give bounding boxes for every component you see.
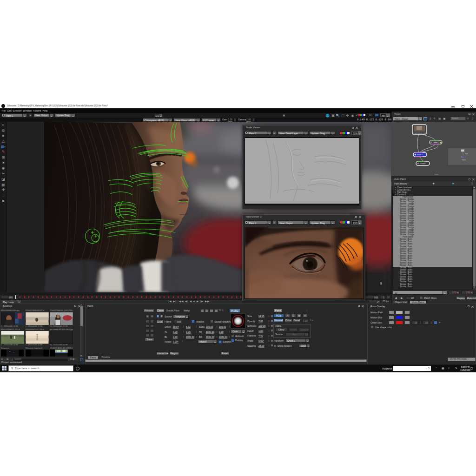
svg-text:New: New: [465, 153, 469, 155]
svg-text:Paint 1: Paint 1: [417, 154, 423, 156]
svg-text:FP00475SHD06-1-HR: FP00475SHD06-1-HR: [413, 132, 426, 134]
svg-text:Paint 1: Paint 1: [461, 156, 466, 158]
svg-text:New: New: [434, 141, 437, 143]
svg-text:Output: Output: [420, 163, 426, 165]
svg-text:Output: Output: [462, 159, 466, 161]
svg-text:a: a: [380, 281, 382, 285]
svg-text:trees: trees: [435, 173, 438, 175]
